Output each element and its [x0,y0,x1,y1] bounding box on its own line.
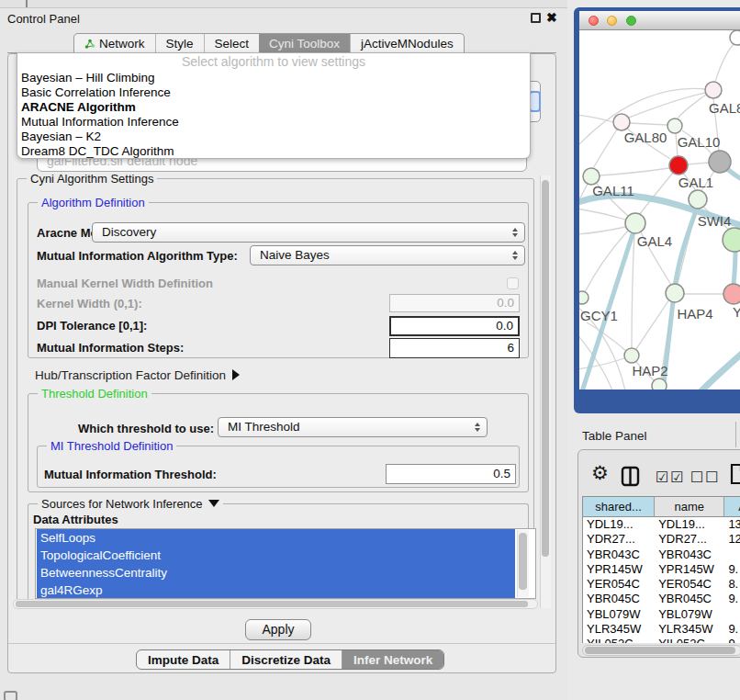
network-node[interactable] [709,151,731,173]
network-node[interactable] [652,378,667,390]
settings-gear-icon[interactable]: ⚙ [591,462,609,484]
algorithm-option-mutual-information-inference[interactable]: Mutual Information Inference [17,115,530,130]
table-cell[interactable]: 9. [724,637,740,643]
table-cell[interactable]: YDR27... [655,532,724,547]
table-cell[interactable]: 9. [724,622,740,637]
table-cell[interactable]: YDL19... [655,517,724,532]
table-cell[interactable]: 12 [724,532,740,547]
network-node[interactable] [689,190,707,209]
algorithm-option-bayesian-k2[interactable]: Bayesian – K2 [17,130,530,144]
columns-icon[interactable] [621,466,640,487]
tab-jactivemnodules[interactable]: jActiveMNodules [350,34,464,53]
close-icon[interactable]: ✖ [546,10,557,25]
network-node[interactable] [723,228,740,252]
deselect-all-checkboxes-icon[interactable]: ☐☐ [690,469,721,486]
table-cell[interactable]: 8. [724,577,740,592]
table-cell[interactable]: YDL19... [583,517,655,532]
algorithm-option-dream8-dc-tdc-algorithm[interactable]: Dream8 DC_TDC Algorithm [17,144,530,159]
algorithm-option-aracne-algorithm[interactable]: ARACNE Algorithm [17,100,530,115]
network-node[interactable] [624,348,639,363]
table-cell[interactable]: YIL052C [583,637,655,643]
table-cell[interactable]: YBR043C [655,548,724,562]
aracne-mode-select[interactable]: Discovery [92,222,525,243]
data-attribute-item[interactable]: SelfLoops [37,529,515,547]
network-node[interactable] [669,156,688,175]
table-cell[interactable]: YER054C [583,577,655,592]
data-attributes-list[interactable]: SelfLoopsTopologicalCoefficientBetweenne… [35,528,536,599]
manual-kernel-checkbox[interactable] [507,277,519,289]
which-threshold-select[interactable]: MI Threshold [218,417,488,437]
table-row[interactable]: YBR043CYBR043C [583,548,740,562]
table-cell[interactable]: YPR145W [655,562,724,577]
table-cell[interactable]: YLR345W [655,622,724,637]
tab-style[interactable]: Style [155,34,204,53]
table-cell[interactable]: YDR27... [583,532,655,547]
network-window-titlebar[interactable] [579,11,740,30]
dock-mini-icon[interactable] [4,691,17,700]
network-node[interactable] [667,119,682,133]
network-node[interactable] [723,284,740,304]
table-row[interactable]: YBR045CYBR045C9. [583,592,740,606]
dpi-tolerance-field[interactable]: 0.0 [389,316,520,336]
table-row[interactable]: YER054CYER054C8. [583,577,740,592]
horizontal-scrollbar-thumb[interactable] [16,601,528,607]
panel-scrollbar-thumb[interactable] [542,180,549,557]
sources-title[interactable]: Sources for Network Inference [38,497,223,511]
table-cell[interactable]: 9. [724,592,740,606]
table-cell[interactable] [724,607,740,622]
table-cell[interactable]: YER054C [655,577,724,592]
algorithm-option-bayesian-hill-climbing[interactable]: Bayesian – Hill Climbing [17,71,530,85]
network-node[interactable] [613,114,630,130]
table-row[interactable]: YLR345WYLR345W9. [583,622,740,637]
network-node[interactable] [625,213,645,233]
data-attribute-item[interactable]: gal4RGexp [37,581,515,599]
table-cell[interactable]: YLR345W [583,622,655,637]
apply-button[interactable]: Apply [245,619,311,640]
table-cell[interactable]: YBR045C [583,592,655,606]
table-cell[interactable]: YIL052C [655,637,724,643]
column-header-shared[interactable]: shared... [583,497,655,516]
data-attribute-item[interactable]: BetweennessCentrality [37,564,515,581]
float-window-icon[interactable] [531,13,541,23]
data-attribute-item[interactable]: TopologicalCoefficient [37,547,515,564]
network-node[interactable] [730,30,740,45]
window-close-button[interactable] [589,16,599,26]
hub-section-toggle[interactable]: Hub/Transcription Factor Definition [35,368,240,382]
mi-steps-field[interactable]: 6 [389,338,520,358]
splitter-handle[interactable] [26,0,28,7]
table-cell[interactable]: YBR045C [655,592,724,606]
table-row[interactable]: YDL19...YDL19...13 [583,517,740,532]
window-minimize-button[interactable] [607,16,617,26]
table-cell[interactable]: 13 [724,517,740,532]
tab-select[interactable]: Select [204,34,260,53]
algorithm-option-basic-correlation-inference[interactable]: Basic Correlation Inference [17,85,530,100]
document-icon[interactable] [729,463,740,486]
tab-cyni-toolbox[interactable]: Cyni Toolbox [259,34,350,53]
attributes-scrollbar-thumb[interactable] [519,533,527,590]
network-node[interactable] [666,284,684,302]
tab-network[interactable]: Network [74,34,155,53]
table-cell[interactable]: YPR145W [583,562,655,577]
column-header-a[interactable]: A [724,497,740,516]
bottom-tab-impute-data[interactable]: Impute Data [137,650,230,669]
network-node[interactable] [705,82,722,98]
table-cell[interactable]: YBL079W [655,607,724,622]
network-node[interactable] [579,291,589,304]
bottom-tab-discretize-data[interactable]: Discretize Data [230,650,342,669]
mi-type-select[interactable]: Naive Bayes [250,245,525,265]
mi-threshold-field[interactable]: 0.5 [386,464,516,484]
table-cell[interactable] [724,548,740,562]
table-cell[interactable]: YBR043C [583,548,655,562]
window-zoom-button[interactable] [626,16,636,26]
table-cell[interactable]: YBL079W [583,607,655,622]
select-all-checkboxes-icon[interactable]: ☑☑ [656,469,686,486]
table-row[interactable]: YBL079WYBL079W [583,607,740,622]
table-row[interactable]: YPR145WYPR145W9. [583,562,740,577]
column-header-name[interactable]: name [655,497,724,516]
bottom-tab-infer-network[interactable]: Infer Network [342,650,443,669]
kernel-width-field[interactable]: 0.0 [389,294,520,312]
table-cell[interactable]: 9. [724,562,740,577]
table-row[interactable]: YDR27...YDR27...12 [583,532,740,547]
network-canvas[interactable]: GAL8GAL80GAL10GAL1GAL11GAL4SWI4GCY1HAP4Y… [579,30,740,390]
table-scrollbar-thumb[interactable] [585,647,735,654]
